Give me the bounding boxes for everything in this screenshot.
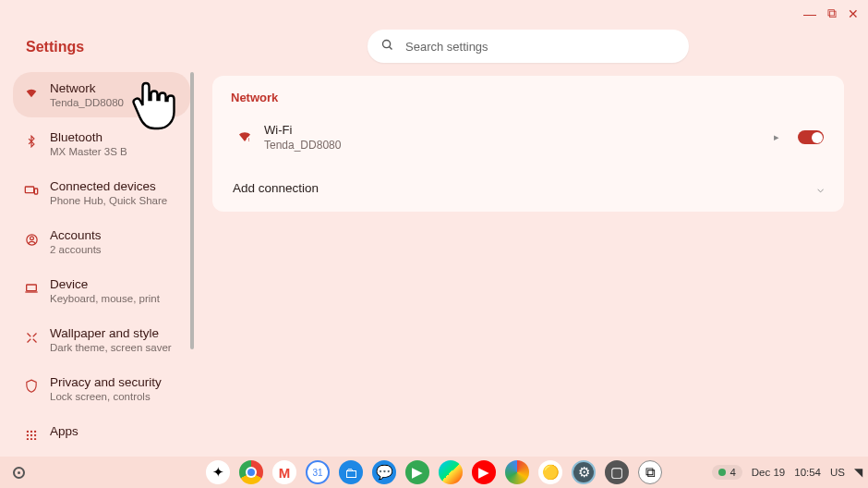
svg-rect-3 [34,189,37,194]
svg-point-14 [27,438,29,440]
svg-point-16 [34,438,36,440]
shelf-apps: ✦ M 31 🗀 💬 ▶ ▶ 🟡 ⚙ ▢ ⧉ [206,460,662,484]
shelf-tray[interactable]: 4 Dec 19 10:54 US ◥ [712,457,862,488]
laptop-icon [22,279,41,298]
shelf-files-icon[interactable]: 🗀 [339,460,363,484]
sidebar-item-apps[interactable]: AppsNotifications, Google Play [13,415,190,440]
sidebar-scrollbar[interactable] [190,72,194,349]
shelf-screenshot-icon[interactable]: ⧉ [638,460,662,484]
svg-point-13 [34,434,36,436]
bluetooth-icon [22,132,41,151]
svg-rect-2 [25,187,33,193]
sidebar-item-accounts[interactable]: Accounts2 accounts [13,219,190,264]
sidebar-item-label: Device [50,277,160,291]
sidebar-item-wallpaper[interactable]: Wallpaper and styleDark theme, screen sa… [13,317,190,362]
shelf-settings-icon[interactable]: ⚙ [572,460,596,484]
sidebar-item-label: Wallpaper and style [50,326,172,340]
sidebar-item-label: Apps [50,424,172,438]
shelf-chrome-icon[interactable] [239,460,263,484]
tray-status-icons[interactable]: ◥ [854,466,862,479]
svg-point-15 [30,438,32,440]
sidebar-item-connected-devices[interactable]: Connected devicesPhone Hub, Quick Share [13,170,190,215]
launcher-button[interactable] [13,467,25,479]
shelf-photos-icon[interactable] [505,460,529,484]
shelf-youtube-icon[interactable]: ▶ [472,460,496,484]
sidebar-item-sub: Keyboard, mouse, print [50,293,160,304]
sidebar-item-label: Connected devices [50,179,167,193]
shelf-gmail-icon[interactable]: M [272,460,296,484]
sidebar-item-label: Network [50,81,124,95]
sidebar-item-privacy[interactable]: Privacy and securityLock screen, control… [13,366,190,411]
shelf-google-one-icon[interactable]: 🟡 [538,460,562,484]
sidebar-item-sub: Phone Hub, Quick Share [50,195,167,206]
wifi-toggle[interactable] [798,130,824,144]
sidebar-item-network[interactable]: NetworkTenda_DD8080 [13,72,190,117]
sidebar-item-label: Accounts [50,228,102,242]
sidebar: NetworkTenda_DD8080 BluetoothMX Master 3… [13,72,190,440]
svg-point-18 [248,140,249,141]
page-title: Settings [26,39,84,55]
svg-point-5 [30,236,33,239]
wallpaper-icon [22,328,41,347]
chevron-down-icon: ⌵ [817,182,824,195]
wifi-ssid: Tenda_DD8080 [264,139,774,152]
wifi-row[interactable]: Wi-Fi Tenda_DD8080 ▸ [229,116,827,159]
devices-icon [22,181,41,200]
minimize-button[interactable]: — [803,6,816,21]
sidebar-item-sub: Lock screen, controls [50,391,162,402]
tray-time: 10:54 [794,467,821,478]
add-connection-label: Add connection [233,181,319,195]
tray-notification-badge[interactable]: 4 [712,465,741,480]
sidebar-item-label: Privacy and security [50,375,162,389]
shelf-calendar-icon[interactable]: 31 [306,460,330,484]
svg-point-9 [30,431,32,433]
svg-line-1 [390,47,392,50]
search-icon [380,38,394,55]
tray-date: Dec 19 [752,467,785,478]
shelf-meet-icon[interactable]: ▶ [405,460,429,484]
sidebar-item-label: Bluetooth [50,130,127,144]
svg-rect-6 [27,285,37,291]
svg-point-11 [27,434,29,436]
svg-point-10 [34,431,36,433]
svg-point-0 [383,41,391,48]
sidebar-item-sub: MX Master 3S B [50,146,127,157]
window-controls: — ⧉ ✕ [803,6,859,21]
sidebar-item-bluetooth[interactable]: BluetoothMX Master 3S B [13,121,190,166]
section-title: Network [231,91,827,104]
search-input[interactable] [405,40,676,54]
shelf-screencast-icon[interactable]: ▢ [605,460,629,484]
sidebar-item-device[interactable]: DeviceKeyboard, mouse, print [13,268,190,313]
search-bar[interactable] [368,30,689,63]
wifi-title: Wi-Fi [264,123,774,137]
network-card: Network Wi-Fi Tenda_DD8080 ▸ Add connect… [212,76,844,212]
chevron-right-icon: ▸ [774,131,779,143]
account-icon [22,230,41,249]
sidebar-item-sub: 2 accounts [50,244,102,255]
shelf-messages-icon[interactable]: 💬 [372,460,396,484]
svg-point-12 [30,434,32,436]
wifi-icon [22,83,41,102]
shelf: ✦ M 31 🗀 💬 ▶ ▶ 🟡 ⚙ ▢ ⧉ 4 Dec 19 10:54 US… [0,457,868,488]
restore-button[interactable]: ⧉ [827,6,837,21]
svg-point-8 [27,431,29,433]
shelf-play-icon[interactable] [439,460,463,484]
close-button[interactable]: ✕ [848,6,859,21]
tray-locale: US [830,467,845,478]
shield-icon [22,377,41,396]
sidebar-item-sub: Dark theme, screen saver [50,342,172,353]
wifi-signal-icon [233,128,257,146]
apps-grid-icon [22,426,41,440]
add-connection-row[interactable]: Add connection ⌵ [229,168,827,204]
sidebar-item-sub: Tenda_DD8080 [50,97,124,108]
shelf-assistant-icon[interactable]: ✦ [206,460,230,484]
